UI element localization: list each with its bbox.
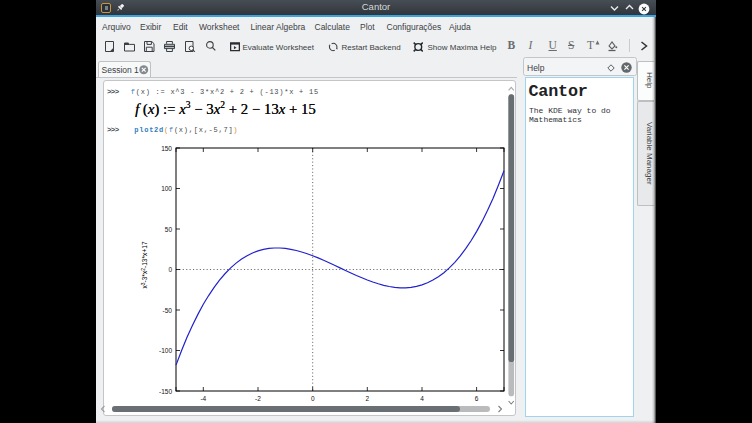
svg-text:x3-3*x2-13*x+17: x3-3*x2-13*x+17 — [140, 241, 148, 289]
svg-text:4: 4 — [420, 395, 424, 402]
svg-text:-2: -2 — [255, 395, 261, 402]
svg-text:0: 0 — [168, 266, 172, 273]
svg-text:150: 150 — [161, 145, 172, 152]
svg-text:6: 6 — [475, 395, 479, 402]
svg-text:50: 50 — [165, 226, 173, 233]
svg-text:-4: -4 — [200, 395, 206, 402]
svg-text:-150: -150 — [159, 388, 172, 395]
svg-text:-50: -50 — [163, 307, 173, 314]
svg-text:100: 100 — [161, 185, 172, 192]
svg-text:2: 2 — [365, 395, 369, 402]
svg-text:-100: -100 — [159, 347, 172, 354]
svg-text:0: 0 — [311, 395, 315, 402]
